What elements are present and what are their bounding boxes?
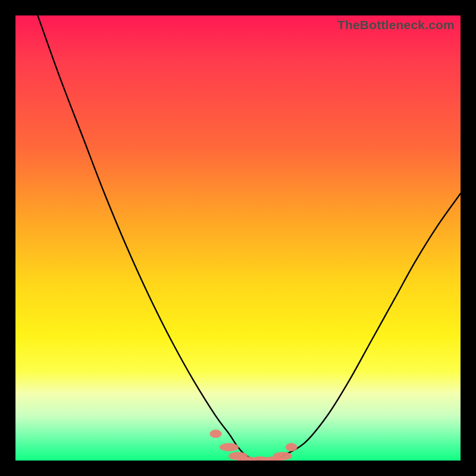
chart-frame: TheBottleneck.com: [0, 0, 476, 476]
optimal-marker: [210, 430, 222, 438]
curve-layer: [15, 15, 461, 461]
optimal-marker: [220, 443, 239, 452]
plot-area: TheBottleneck.com: [15, 15, 461, 461]
optimal-band-markers: [210, 430, 298, 461]
bottleneck-curve: [37, 15, 461, 461]
optimal-marker: [286, 443, 298, 452]
optimal-marker: [273, 452, 292, 461]
